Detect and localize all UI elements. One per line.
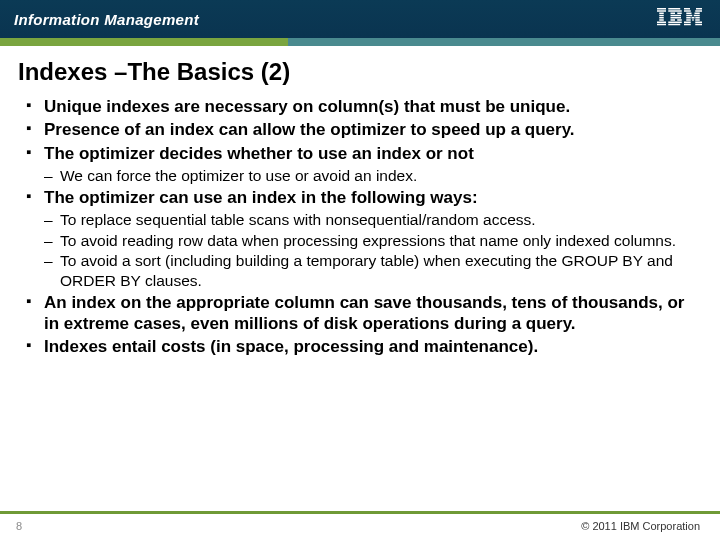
svg-rect-35 bbox=[695, 24, 702, 26]
svg-rect-33 bbox=[695, 22, 702, 24]
bullet-item: An index on the appropriate column can s… bbox=[26, 292, 694, 335]
brand-title: Information Management bbox=[14, 11, 199, 28]
svg-rect-27 bbox=[692, 17, 695, 19]
slide-body: Unique indexes are necessary on column(s… bbox=[0, 92, 720, 540]
svg-rect-14 bbox=[671, 19, 676, 21]
bullet-text: Indexes entail costs (in space, processi… bbox=[44, 337, 538, 356]
svg-rect-8 bbox=[668, 8, 680, 10]
stripe-green bbox=[0, 38, 288, 46]
svg-rect-30 bbox=[692, 19, 694, 21]
svg-rect-34 bbox=[684, 24, 691, 26]
bullet-text: The optimizer can use an index in the fo… bbox=[44, 188, 478, 207]
svg-rect-24 bbox=[686, 15, 692, 17]
svg-rect-11 bbox=[677, 13, 682, 15]
footer: 8 © 2011 IBM Corporation bbox=[0, 511, 720, 540]
bullet-item: The optimizer decides whether to use an … bbox=[26, 143, 694, 186]
footer-row: 8 © 2011 IBM Corporation bbox=[0, 514, 720, 540]
svg-rect-0 bbox=[657, 8, 666, 10]
bullet-text: The optimizer decides whether to use an … bbox=[44, 144, 474, 163]
svg-rect-16 bbox=[668, 22, 682, 24]
svg-rect-10 bbox=[671, 13, 676, 15]
svg-rect-31 bbox=[695, 19, 700, 21]
svg-rect-26 bbox=[686, 17, 691, 19]
svg-rect-18 bbox=[684, 8, 690, 10]
slide: Information Management bbox=[0, 0, 720, 540]
bullet-text: Presence of an index can allow the optim… bbox=[44, 120, 575, 139]
bullet-item: Unique indexes are necessary on column(s… bbox=[26, 96, 694, 117]
svg-rect-29 bbox=[686, 19, 691, 21]
svg-rect-6 bbox=[657, 22, 666, 24]
header-bar: Information Management bbox=[0, 0, 720, 38]
bullet-text: Unique indexes are necessary on column(s… bbox=[44, 97, 570, 116]
svg-rect-5 bbox=[659, 19, 664, 21]
svg-rect-25 bbox=[694, 15, 700, 17]
svg-rect-15 bbox=[677, 19, 682, 21]
bullet-text: An index on the appropriate column can s… bbox=[44, 293, 684, 333]
svg-rect-20 bbox=[684, 10, 691, 12]
sub-bullet-item: To avoid reading row data when processin… bbox=[44, 231, 694, 250]
sub-bullet-item: To avoid a sort (including building a te… bbox=[44, 251, 694, 290]
svg-rect-21 bbox=[695, 10, 702, 12]
bullet-item: Presence of an index can allow the optim… bbox=[26, 119, 694, 140]
slide-title: Indexes –The Basics (2) bbox=[0, 46, 720, 92]
copyright-text: © 2011 IBM Corporation bbox=[581, 520, 700, 532]
svg-rect-1 bbox=[657, 10, 666, 12]
sub-bullet-list: To replace sequential table scans with n… bbox=[44, 210, 694, 290]
ibm-logo bbox=[657, 8, 702, 30]
svg-rect-17 bbox=[668, 24, 680, 26]
sub-bullet-item: To replace sequential table scans with n… bbox=[44, 210, 694, 229]
bullet-item: Indexes entail costs (in space, processi… bbox=[26, 336, 694, 357]
bullet-list: Unique indexes are necessary on column(s… bbox=[26, 96, 694, 358]
svg-rect-9 bbox=[668, 10, 682, 12]
svg-rect-32 bbox=[684, 22, 691, 24]
svg-rect-28 bbox=[695, 17, 700, 19]
page-number: 8 bbox=[16, 520, 22, 532]
svg-rect-23 bbox=[695, 13, 700, 15]
bullet-item: The optimizer can use an index in the fo… bbox=[26, 187, 694, 290]
svg-rect-3 bbox=[659, 15, 664, 17]
svg-rect-2 bbox=[659, 13, 664, 15]
svg-rect-22 bbox=[686, 13, 691, 15]
svg-rect-19 bbox=[696, 8, 702, 10]
svg-rect-7 bbox=[657, 24, 666, 26]
svg-rect-12 bbox=[671, 15, 682, 17]
svg-rect-13 bbox=[671, 17, 682, 19]
accent-stripe bbox=[0, 38, 720, 46]
sub-bullet-item: We can force the optimizer to use or avo… bbox=[44, 166, 694, 185]
stripe-teal bbox=[288, 38, 720, 46]
ibm-logo-icon bbox=[657, 8, 702, 26]
sub-bullet-list: We can force the optimizer to use or avo… bbox=[44, 166, 694, 185]
svg-rect-4 bbox=[659, 17, 664, 19]
